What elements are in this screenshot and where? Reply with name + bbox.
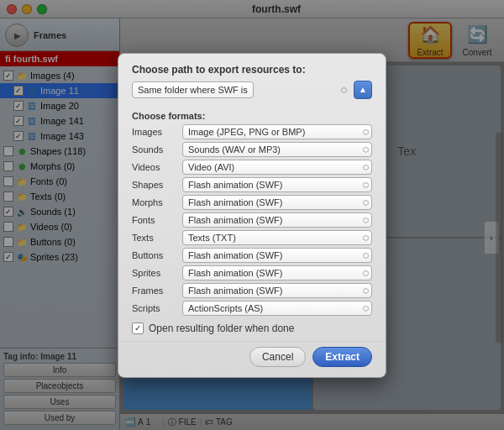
modal-checkbox-label: Open resulting folder when done (149, 322, 294, 334)
format-select-wrapper-buttons: Flash animation (SWF) (182, 248, 372, 263)
format-row-scripts: ScriptsActionScripts (AS) (132, 301, 372, 316)
format-select-wrapper-frames: Flash animation (SWF) (182, 283, 372, 298)
format-label-shapes: Shapes (132, 180, 177, 190)
modal-header: Choose path to export resources to: Same… (118, 54, 386, 106)
format-row-sprites: SpritesFlash animation (SWF) (132, 265, 372, 281)
format-select-buttons[interactable]: Flash animation (SWF) (182, 248, 372, 263)
modal-formats-label: Choose formats: (118, 106, 386, 124)
modal-extract-button[interactable]: Extract (312, 347, 372, 367)
format-select-wrapper-images: Image (JPEG, PNG or BMP) (182, 124, 372, 139)
format-row-frames: FramesFlash animation (SWF) (132, 283, 372, 298)
format-label-sounds: Sounds (132, 144, 177, 155)
format-select-fonts[interactable]: Flash animation (SWF) (182, 212, 372, 228)
format-label-morphs: Morphs (132, 197, 177, 207)
format-label-buttons: Buttons (132, 250, 177, 260)
format-select-wrapper-texts: Texts (TXT) (182, 230, 372, 245)
format-label-videos: Videos (132, 162, 177, 172)
modal-dialog: Choose path to export resources to: Same… (118, 53, 386, 378)
modal-path-label: Choose path to export resources to: (132, 64, 372, 76)
cancel-button[interactable]: Cancel (249, 347, 306, 367)
format-label-fonts: Fonts (132, 215, 177, 225)
format-label-images: Images (132, 127, 177, 137)
format-select-videos[interactable]: Video (AVI) (182, 160, 372, 175)
modal-path-browse-button[interactable]: ▲ (354, 81, 372, 99)
format-select-wrapper-morphs: Flash animation (SWF) (182, 195, 372, 210)
format-select-morphs[interactable]: Flash animation (SWF) (182, 195, 372, 210)
format-label-frames: Frames (132, 286, 177, 296)
modal-footer: Cancel Extract (118, 341, 386, 377)
format-label-sprites: Sprites (132, 268, 177, 278)
format-row-fonts: FontsFlash animation (SWF) (132, 212, 372, 228)
format-row-shapes: ShapesFlash animation (SWF) (132, 177, 372, 192)
format-select-images[interactable]: Image (JPEG, PNG or BMP) (182, 124, 372, 139)
format-select-frames[interactable]: Flash animation (SWF) (182, 283, 372, 298)
format-row-images: ImagesImage (JPEG, PNG or BMP) (132, 124, 372, 139)
modal-path-wrapper: Same folder where SWF is (132, 81, 350, 98)
modal-overlay: Choose path to export resources to: Same… (0, 0, 504, 430)
format-select-wrapper-fonts: Flash animation (SWF) (182, 212, 372, 228)
modal-checkbox[interactable] (132, 322, 144, 334)
modal-formats-list: ImagesImage (JPEG, PNG or BMP)SoundsSoun… (118, 124, 386, 316)
format-label-texts: Texts (132, 233, 177, 243)
format-select-wrapper-shapes: Flash animation (SWF) (182, 177, 372, 192)
format-select-sprites[interactable]: Flash animation (SWF) (182, 265, 372, 281)
format-row-videos: VideosVideo (AVI) (132, 160, 372, 175)
format-select-wrapper-videos: Video (AVI) (182, 160, 372, 175)
modal-path-row: Same folder where SWF is ▲ (132, 81, 372, 99)
format-row-texts: TextsTexts (TXT) (132, 230, 372, 245)
modal-path-select[interactable]: Same folder where SWF is (132, 81, 254, 98)
format-select-wrapper-sprites: Flash animation (SWF) (182, 265, 372, 281)
format-select-wrapper-sounds: Sounds (WAV or MP3) (182, 142, 372, 157)
format-row-morphs: MorphsFlash animation (SWF) (132, 195, 372, 210)
format-row-sounds: SoundsSounds (WAV or MP3) (132, 142, 372, 157)
format-select-wrapper-scripts: ActionScripts (AS) (182, 301, 372, 316)
format-select-scripts[interactable]: ActionScripts (AS) (182, 301, 372, 316)
format-select-shapes[interactable]: Flash animation (SWF) (182, 177, 372, 192)
format-select-texts[interactable]: Texts (TXT) (182, 230, 372, 245)
modal-checkbox-row: Open resulting folder when done (118, 316, 386, 341)
format-row-buttons: ButtonsFlash animation (SWF) (132, 248, 372, 263)
format-label-scripts: Scripts (132, 303, 177, 313)
format-select-sounds[interactable]: Sounds (WAV or MP3) (182, 142, 372, 157)
